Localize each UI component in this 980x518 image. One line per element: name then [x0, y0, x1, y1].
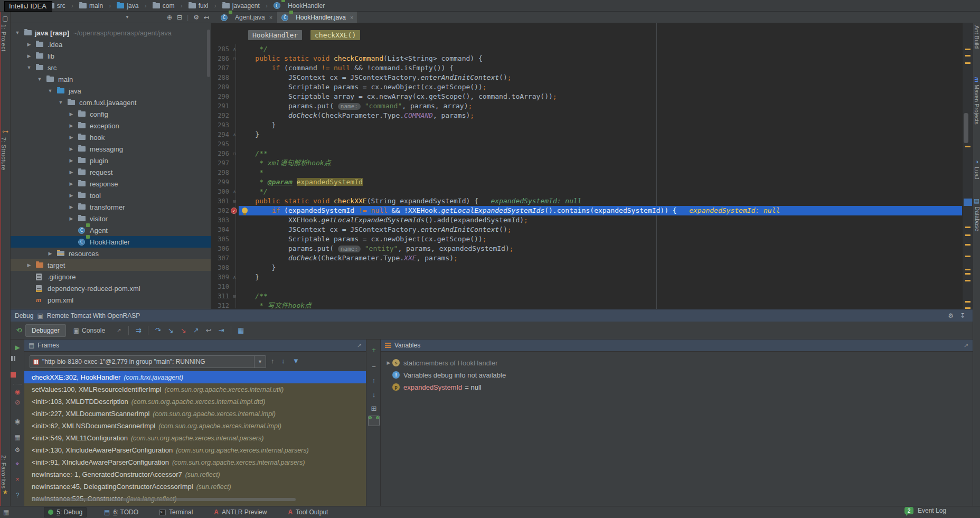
open-console-icon[interactable]: ↗: [112, 327, 125, 333]
chevron-right-icon[interactable]: ▶: [69, 146, 74, 152]
editor-error-stripe[interactable]: [962, 23, 973, 309]
event-log-button[interactable]: 2 Event Log: [904, 507, 946, 514]
tree-item-com.fuxi.javaagent[interactable]: ▼com.fuxi.javaagent: [11, 97, 211, 108]
tree-item-transformer[interactable]: ▶transformer: [11, 201, 211, 213]
code-line-299[interactable]: 299 * @param expandedSystemId: [211, 177, 962, 187]
code-lines[interactable]: 285∧ */286⊟ public static void checkComm…: [211, 44, 962, 309]
code-line-296[interactable]: 296⊟ /**: [211, 149, 962, 158]
tree-item-HookHandler[interactable]: CHookHandler: [11, 236, 211, 248]
fold-collapse-icon[interactable]: ⊟: [231, 291, 238, 301]
code-line-311[interactable]: 311⊟ /**: [211, 291, 962, 301]
stop-icon[interactable]: [11, 372, 16, 378]
warning-stripe-mark[interactable]: [965, 227, 970, 228]
tree-root[interactable]: ▼java [rasp]~/openrasp/openrasp/agent/ja…: [11, 27, 211, 39]
warning-stripe-mark[interactable]: [965, 234, 970, 236]
chevron-right-icon[interactable]: ▶: [69, 193, 74, 198]
fold-collapse-icon[interactable]: ⊟: [231, 54, 238, 63]
help-icon[interactable]: ?: [11, 492, 24, 499]
fold-collapse-icon[interactable]: ⊟: [231, 149, 238, 158]
frame-row[interactable]: newInstance:-1, GeneratedConstructorAcce…: [24, 468, 366, 481]
code-line-309[interactable]: 309∧ }: [211, 272, 962, 282]
intention-bulb-icon[interactable]: [242, 208, 248, 213]
collapse-all-icon[interactable]: ⊟: [177, 14, 182, 21]
tree-item-response[interactable]: ▶response: [11, 178, 211, 190]
tree-item-lib[interactable]: ▶lib: [11, 50, 211, 62]
code-line-298[interactable]: 298 *: [211, 168, 962, 177]
tree-item-java[interactable]: ▼java: [11, 85, 211, 97]
remove-watch-icon[interactable]: −: [366, 363, 381, 371]
breadcrumb-item-main[interactable]: main: [78, 2, 104, 10]
add-watch-icon[interactable]: +: [366, 346, 381, 354]
debug-tab-Debugger[interactable]: Debugger: [25, 324, 66, 337]
chevron-down-icon[interactable]: ▼: [58, 100, 63, 105]
warning-stripe-mark[interactable]: [965, 146, 970, 147]
fold-end-icon[interactable]: ∧: [231, 130, 238, 139]
code-line-287[interactable]: 287 if (command != null && !command.isEm…: [211, 63, 962, 73]
show-watches-icon[interactable]: [370, 419, 378, 423]
frame-down-icon[interactable]: ↓: [281, 357, 285, 365]
stripe-item-1-Project[interactable]: ▢1: Project: [1, 15, 10, 51]
frame-row[interactable]: <init>:227, XMLDocumentScannerImpl(com.s…: [24, 408, 366, 420]
tree-item-visitor[interactable]: ▶visitor: [11, 213, 211, 224]
statusbar-item-Terminal[interactable]: >_Terminal: [156, 507, 196, 517]
chevron-down-icon[interactable]: ▼: [26, 65, 32, 70]
show-execution-point-icon[interactable]: ⇉: [132, 326, 145, 334]
float-panel-icon[interactable]: ↗: [964, 342, 968, 349]
close-icon[interactable]: ×: [269, 14, 272, 21]
warning-stripe-mark[interactable]: [965, 55, 970, 56]
duplicate-icon[interactable]: ⊞: [366, 404, 381, 412]
tree-item-pom.xml[interactable]: mpom.xml: [11, 294, 211, 306]
chevron-right-icon[interactable]: ▶: [69, 204, 74, 210]
frame-row[interactable]: <init>:62, XMLNSDocumentScannerImpl(com.…: [24, 420, 366, 432]
tree-item-dependency-reduced-pom.xml[interactable]: dependency-reduced-pom.xml: [11, 282, 211, 294]
hide-down-icon[interactable]: ↧: [960, 312, 965, 319]
code-line-292[interactable]: 292 doCheck(CheckParameter.Type.COMMAND,…: [211, 111, 962, 120]
code-line-286[interactable]: 286⊟ public static void checkCommand(Lis…: [211, 54, 962, 63]
evaluate-expression-icon[interactable]: ▦: [234, 326, 247, 334]
pause-icon[interactable]: [11, 356, 16, 361]
tree-item-hook[interactable]: ▶hook: [11, 131, 211, 143]
stripe-item-LuaJ[interactable]: ◑LuaJ: [974, 158, 980, 180]
tree-scrollbar[interactable]: [207, 30, 210, 77]
frame-row[interactable]: <init>:91, XIncludeAwareParserConfigurat…: [24, 456, 366, 468]
warning-stripe-mark[interactable]: [965, 256, 970, 257]
move-down-icon[interactable]: ↓: [366, 391, 381, 399]
code-line-302[interactable]: 302✓ if (expandedSystemId != null && !XX…: [211, 206, 962, 215]
chevron-right-icon[interactable]: ▶: [69, 123, 74, 128]
code-line-288[interactable]: 288 JSContext cx = JSContextFactory.ente…: [211, 73, 962, 82]
variable-row[interactable]: pexpandedSystemId= null: [381, 381, 973, 393]
tree-item-target[interactable]: ▶target: [11, 259, 211, 271]
fold-end-icon[interactable]: ∧: [231, 187, 238, 196]
warning-stripe-mark[interactable]: [965, 244, 970, 246]
warning-stripe-mark[interactable]: [965, 301, 970, 303]
warning-stripe-mark[interactable]: [965, 269, 970, 270]
show-watches-button[interactable]: [368, 416, 380, 426]
chevron-right-icon[interactable]: ▶: [69, 111, 74, 117]
code-line-306[interactable]: 306 params.put( name: "entity", params, …: [211, 244, 962, 253]
execution-stripe-mark[interactable]: [964, 199, 972, 206]
stripe-item-7-Structure[interactable]: ⊶7: Structure: [1, 128, 10, 171]
settings-icon[interactable]: ⚙: [193, 14, 199, 21]
tab-HookHandler.java[interactable]: CHookHandler.java×: [277, 12, 358, 23]
tree-item-resources[interactable]: ▶resources: [11, 248, 211, 259]
close-icon[interactable]: ×: [350, 14, 353, 21]
thread-selector[interactable]: "http-bio-8180-exec-1"@2,779 in group "m…: [30, 355, 266, 368]
drop-frame-icon[interactable]: ↩: [202, 326, 215, 334]
force-step-into-icon[interactable]: ↘: [177, 326, 190, 334]
frame-row[interactable]: <init>:549, XML11Configuration(com.sun.o…: [24, 432, 366, 444]
float-panel-icon[interactable]: ↗: [357, 342, 362, 349]
hide-icon[interactable]: ↤: [204, 14, 209, 21]
breadcrumb-item-java[interactable]: java: [116, 2, 139, 10]
frame-row[interactable]: newInstance:45, DelegatingConstructorAcc…: [24, 481, 366, 493]
move-up-icon[interactable]: ↑: [366, 376, 381, 384]
tree-item-.idea[interactable]: ▶.idea: [11, 39, 211, 50]
code-line-295[interactable]: 295: [211, 139, 962, 149]
tree-item-config[interactable]: ▶config: [11, 108, 211, 120]
code-line-305[interactable]: 305 Scriptable params = cx.newObject(cx.…: [211, 234, 962, 244]
chevron-down-icon[interactable]: ▼: [15, 30, 20, 35]
debug-tab-Console[interactable]: ▣Console: [67, 324, 111, 337]
chevron-right-icon[interactable]: ▶: [69, 158, 74, 163]
tree-item-request[interactable]: ▶request: [11, 166, 211, 178]
chevron-right-icon[interactable]: ▶: [69, 216, 74, 221]
restore-layout-icon[interactable]: ▦: [11, 434, 24, 441]
